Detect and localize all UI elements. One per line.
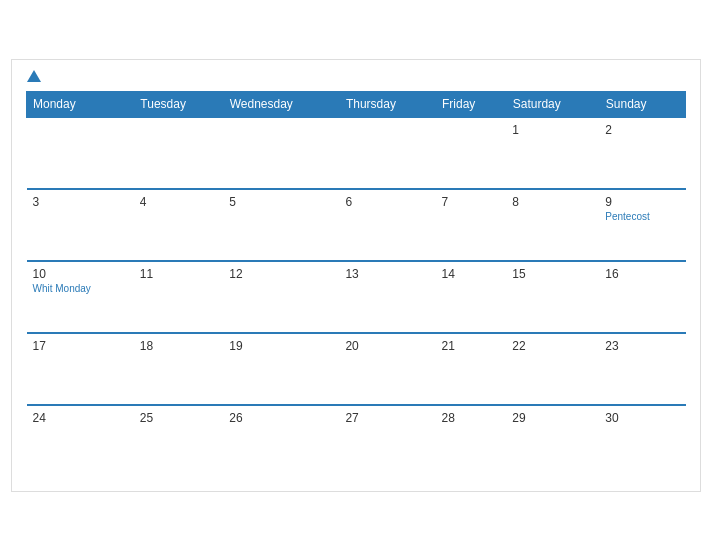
- day-number: 15: [512, 267, 593, 281]
- calendar-week-row: 12: [27, 117, 686, 189]
- calendar-cell: 8: [506, 189, 599, 261]
- calendar-cell: 2: [599, 117, 685, 189]
- calendar-cell: 12: [223, 261, 339, 333]
- day-number: 19: [229, 339, 333, 353]
- calendar-cell: 20: [339, 333, 435, 405]
- day-number: 21: [442, 339, 501, 353]
- calendar-cell: [223, 117, 339, 189]
- day-number: 6: [345, 195, 429, 209]
- calendar-cell: [27, 117, 134, 189]
- day-number: 9: [605, 195, 679, 209]
- calendar-cell: 13: [339, 261, 435, 333]
- calendar-cell: 9Pentecost: [599, 189, 685, 261]
- day-number: 17: [33, 339, 128, 353]
- calendar-cell: 14: [436, 261, 507, 333]
- calendar-cell: 18: [134, 333, 223, 405]
- weekday-header-friday: Friday: [436, 91, 507, 117]
- day-number: 8: [512, 195, 593, 209]
- day-number: 1: [512, 123, 593, 137]
- calendar-header: [26, 70, 686, 83]
- day-number: 28: [442, 411, 501, 425]
- calendar-cell: 4: [134, 189, 223, 261]
- weekday-header-monday: Monday: [27, 91, 134, 117]
- day-event: Pentecost: [605, 211, 679, 222]
- day-number: 11: [140, 267, 217, 281]
- calendar-cell: 27: [339, 405, 435, 477]
- calendar-cell: 22: [506, 333, 599, 405]
- calendar-cell: 17: [27, 333, 134, 405]
- logo-triangle-icon: [27, 70, 41, 82]
- calendar-cell: [134, 117, 223, 189]
- calendar-cell: 3: [27, 189, 134, 261]
- day-number: 13: [345, 267, 429, 281]
- day-event: Whit Monday: [33, 283, 128, 294]
- day-number: 7: [442, 195, 501, 209]
- calendar-cell: 10Whit Monday: [27, 261, 134, 333]
- calendar-cell: 5: [223, 189, 339, 261]
- day-number: 12: [229, 267, 333, 281]
- day-number: 4: [140, 195, 217, 209]
- logo: [26, 70, 43, 83]
- calendar-cell: 21: [436, 333, 507, 405]
- calendar-table: MondayTuesdayWednesdayThursdayFridaySatu…: [26, 91, 686, 477]
- calendar-cell: 7: [436, 189, 507, 261]
- calendar-cell: [339, 117, 435, 189]
- weekday-header-wednesday: Wednesday: [223, 91, 339, 117]
- calendar-cell: 24: [27, 405, 134, 477]
- day-number: 30: [605, 411, 679, 425]
- calendar-cell: 25: [134, 405, 223, 477]
- calendar-cell: 6: [339, 189, 435, 261]
- calendar-week-row: 17181920212223: [27, 333, 686, 405]
- calendar-cell: [436, 117, 507, 189]
- weekday-header-sunday: Sunday: [599, 91, 685, 117]
- calendar-cell: 28: [436, 405, 507, 477]
- weekday-header-tuesday: Tuesday: [134, 91, 223, 117]
- calendar-week-row: 24252627282930: [27, 405, 686, 477]
- day-number: 25: [140, 411, 217, 425]
- day-number: 14: [442, 267, 501, 281]
- day-number: 18: [140, 339, 217, 353]
- day-number: 10: [33, 267, 128, 281]
- day-number: 2: [605, 123, 679, 137]
- day-number: 5: [229, 195, 333, 209]
- calendar-cell: 11: [134, 261, 223, 333]
- calendar-cell: 16: [599, 261, 685, 333]
- day-number: 20: [345, 339, 429, 353]
- calendar-cell: 1: [506, 117, 599, 189]
- calendar-cell: 26: [223, 405, 339, 477]
- day-number: 29: [512, 411, 593, 425]
- day-number: 24: [33, 411, 128, 425]
- day-number: 22: [512, 339, 593, 353]
- calendar-week-row: 3456789Pentecost: [27, 189, 686, 261]
- day-number: 3: [33, 195, 128, 209]
- weekday-header-saturday: Saturday: [506, 91, 599, 117]
- calendar-cell: 29: [506, 405, 599, 477]
- weekday-header-row: MondayTuesdayWednesdayThursdayFridaySatu…: [27, 91, 686, 117]
- calendar-week-row: 10Whit Monday111213141516: [27, 261, 686, 333]
- day-number: 26: [229, 411, 333, 425]
- calendar-cell: 30: [599, 405, 685, 477]
- calendar-container: MondayTuesdayWednesdayThursdayFridaySatu…: [11, 59, 701, 492]
- day-number: 23: [605, 339, 679, 353]
- calendar-cell: 23: [599, 333, 685, 405]
- calendar-cell: 19: [223, 333, 339, 405]
- day-number: 16: [605, 267, 679, 281]
- day-number: 27: [345, 411, 429, 425]
- weekday-header-thursday: Thursday: [339, 91, 435, 117]
- calendar-cell: 15: [506, 261, 599, 333]
